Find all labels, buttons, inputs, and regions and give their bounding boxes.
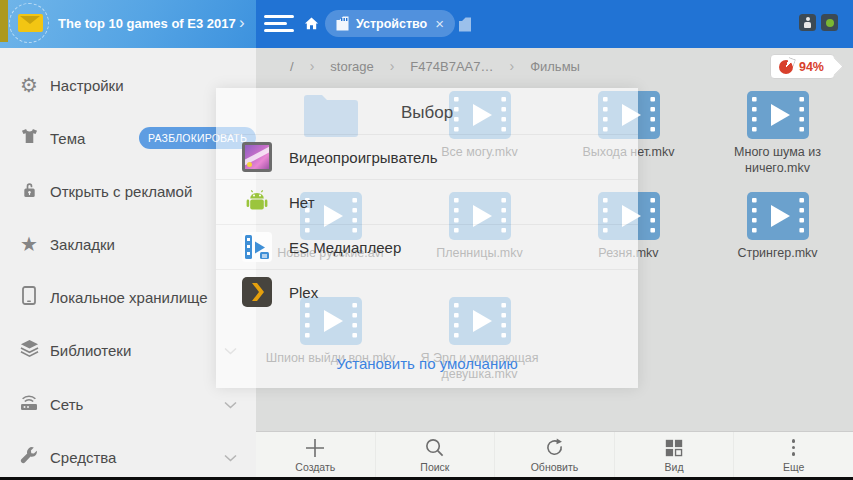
- video-file-icon: [747, 91, 809, 139]
- plex-icon: [242, 277, 272, 307]
- top-bar: The top 10 games of E3 2017 › Устройство…: [0, 0, 853, 48]
- chevron-down-icon[interactable]: [224, 395, 237, 413]
- dialog-option-es-media-player[interactable]: ES Медиаплеер: [216, 224, 638, 269]
- sd-card-icon: [336, 16, 349, 31]
- breadcrumb: / › storage › F474B7AA7… › Фильмы 94%: [256, 48, 853, 84]
- breadcrumb-storage[interactable]: storage: [330, 59, 373, 74]
- banner-title[interactable]: The top 10 games of E3 2017: [58, 0, 236, 48]
- wrench-icon: [17, 446, 41, 467]
- mail-icon: [18, 14, 43, 32]
- sd-card-icon[interactable]: [458, 17, 472, 36]
- lock-icon: [17, 180, 41, 201]
- tab-device[interactable]: Устройство ×: [325, 10, 455, 37]
- view-button[interactable]: Вид: [614, 432, 734, 477]
- es-media-player-icon: [242, 232, 272, 262]
- pie-chart-icon: [779, 60, 793, 74]
- star-icon: ★: [17, 234, 41, 254]
- video-file-icon: [747, 192, 809, 240]
- breadcrumb-volume[interactable]: F474B7AA7…: [410, 59, 493, 74]
- file-item[interactable]: Стрингер.mkv: [703, 192, 852, 262]
- dialog-option-video-player[interactable]: Видеопроигрыватель: [216, 134, 638, 179]
- create-button[interactable]: Создать: [256, 432, 375, 477]
- storage-usage-badge[interactable]: 94%: [770, 54, 835, 79]
- person-icon: [804, 17, 811, 28]
- search-button[interactable]: Поиск: [375, 432, 495, 477]
- open-with-dialog: Выбор Видеопроигрыватель Нет ES Медиапле…: [216, 88, 638, 388]
- search-icon: [424, 437, 445, 459]
- banner-edge-decoration: [0, 0, 8, 42]
- menu-icon[interactable]: [264, 15, 296, 33]
- es-file-explorer-window: The top 10 games of E3 2017 › Устройство…: [0, 0, 853, 480]
- home-icon[interactable]: [304, 16, 319, 35]
- sidebar-item-tools[interactable]: Средства: [0, 430, 256, 480]
- file-item[interactable]: Много шума из ничего.mkv: [703, 91, 852, 176]
- chevron-right-icon: ›: [310, 58, 315, 74]
- android-robot-icon: [242, 187, 272, 217]
- chevron-right-icon: ›: [509, 58, 514, 74]
- analyzer-status-icon[interactable]: [799, 14, 816, 31]
- green-status-icon[interactable]: [821, 14, 838, 31]
- network-icon: [17, 394, 41, 414]
- chevron-right-icon: ›: [239, 0, 245, 48]
- dialog-title: Выбор: [216, 88, 638, 134]
- dialog-option-none[interactable]: Нет: [216, 179, 638, 224]
- usage-percent: 94%: [799, 60, 824, 74]
- breadcrumb-root[interactable]: /: [290, 59, 294, 74]
- layers-icon: [17, 339, 41, 360]
- chevron-right-icon: ›: [390, 58, 395, 74]
- close-icon[interactable]: ×: [435, 16, 444, 31]
- plus-icon: [304, 437, 326, 459]
- more-button[interactable]: Еще: [733, 432, 853, 477]
- tshirt-icon: [17, 128, 41, 148]
- banner-dashed-circle: [9, 3, 49, 43]
- view-grid-icon: [664, 437, 684, 459]
- phone-icon: [17, 286, 41, 308]
- more-dots-icon: [792, 437, 796, 459]
- set-default-button[interactable]: Установить по умолчанию: [216, 344, 638, 388]
- tab-label: Устройство: [356, 17, 427, 31]
- gear-icon: ⚙: [17, 75, 41, 95]
- video-player-app-icon: [242, 142, 272, 172]
- dialog-spacer: [216, 314, 638, 344]
- promo-banner[interactable]: The top 10 games of E3 2017 ›: [0, 0, 256, 48]
- bottom-toolbar: Создать Поиск Обновить Вид Еще: [256, 431, 853, 477]
- refresh-icon: [544, 437, 565, 459]
- breadcrumb-current-folder[interactable]: Фильмы: [530, 59, 580, 74]
- dialog-option-plex[interactable]: Plex: [216, 269, 638, 314]
- green-dot-icon: [826, 19, 834, 27]
- refresh-button[interactable]: Обновить: [494, 432, 614, 477]
- chevron-down-icon[interactable]: [224, 448, 237, 466]
